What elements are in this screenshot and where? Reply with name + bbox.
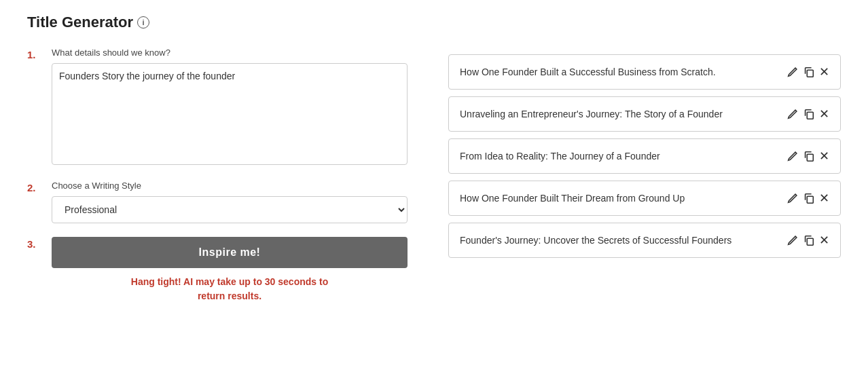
svg-rect-2 xyxy=(807,154,813,161)
result-text-2: Unraveling an Entrepreneur's Journey: Th… xyxy=(460,107,780,121)
result-actions-3: ✕ xyxy=(786,149,829,164)
svg-rect-0 xyxy=(807,70,813,77)
result-card-2: Unraveling an Entrepreneur's Journey: Th… xyxy=(448,96,841,132)
result-text-1: How One Founder Built a Successful Busin… xyxy=(460,65,780,79)
edit-icon-5[interactable] xyxy=(786,234,799,246)
step-1-label: What details should we know? xyxy=(52,48,408,58)
page-title-container: Title Generator i xyxy=(27,14,841,31)
step-2-number: 2. xyxy=(27,182,41,193)
info-icon[interactable]: i xyxy=(137,16,149,29)
copy-icon-5[interactable] xyxy=(803,234,815,246)
result-text-3: From Idea to Reality: The Journey of a F… xyxy=(460,149,780,164)
result-card-3: From Idea to Reality: The Journey of a F… xyxy=(448,138,841,174)
result-actions-4: ✕ xyxy=(786,191,829,206)
edit-icon-2[interactable] xyxy=(786,108,799,120)
step-2-label: Choose a Writing Style xyxy=(52,181,408,191)
close-icon-2[interactable]: ✕ xyxy=(819,107,829,121)
step-1-row: 1. What details should we know? Founders… xyxy=(27,48,408,167)
edit-icon-3[interactable] xyxy=(786,150,799,162)
close-icon-1[interactable]: ✕ xyxy=(819,64,829,79)
svg-rect-4 xyxy=(807,238,813,245)
step-2-row: 2. Choose a Writing Style Professional C… xyxy=(27,181,408,223)
page-title: Title Generator xyxy=(27,14,133,31)
result-card-1: How One Founder Built a Successful Busin… xyxy=(448,54,841,90)
step-1-number: 1. xyxy=(27,49,41,60)
result-actions-2: ✕ xyxy=(786,107,829,121)
step-1-content: What details should we know? Founders St… xyxy=(52,48,408,167)
step-3-content: Inspire me! Hang tight! AI may take up t… xyxy=(52,237,408,303)
close-icon-3[interactable]: ✕ xyxy=(819,149,829,164)
copy-icon-4[interactable] xyxy=(803,192,815,204)
result-actions-5: ✕ xyxy=(786,233,829,248)
svg-rect-1 xyxy=(807,112,813,119)
details-textarea[interactable]: Founders Story the journey of the founde… xyxy=(52,63,408,165)
left-panel: 1. What details should we know? Founders… xyxy=(27,48,408,317)
copy-icon-3[interactable] xyxy=(803,150,815,162)
copy-icon-2[interactable] xyxy=(803,108,815,120)
copy-icon-1[interactable] xyxy=(803,66,815,78)
result-card-4: How One Founder Built Their Dream from G… xyxy=(448,181,841,216)
step-3-row: 3. Inspire me! Hang tight! AI may take u… xyxy=(27,237,408,303)
result-text-4: How One Founder Built Their Dream from G… xyxy=(460,191,780,206)
svg-rect-3 xyxy=(807,196,813,203)
main-layout: 1. What details should we know? Founders… xyxy=(27,48,841,317)
result-text-5: Founder's Journey: Uncover the Secrets o… xyxy=(460,233,780,248)
right-panel: How One Founder Built a Successful Busin… xyxy=(448,54,841,258)
result-card-5: Founder's Journey: Uncover the Secrets o… xyxy=(448,223,841,258)
wait-message: Hang tight! AI may take up to 30 seconds… xyxy=(52,275,408,303)
inspire-button[interactable]: Inspire me! xyxy=(52,237,408,268)
edit-icon-4[interactable] xyxy=(786,192,799,204)
result-actions-1: ✕ xyxy=(786,64,829,79)
step-3-number: 3. xyxy=(27,238,41,250)
writing-style-select[interactable]: Professional Casual Formal Creative Pers… xyxy=(52,196,408,223)
close-icon-4[interactable]: ✕ xyxy=(819,191,829,206)
edit-icon-1[interactable] xyxy=(786,66,799,78)
close-icon-5[interactable]: ✕ xyxy=(819,233,829,248)
step-2-content: Choose a Writing Style Professional Casu… xyxy=(52,181,408,223)
